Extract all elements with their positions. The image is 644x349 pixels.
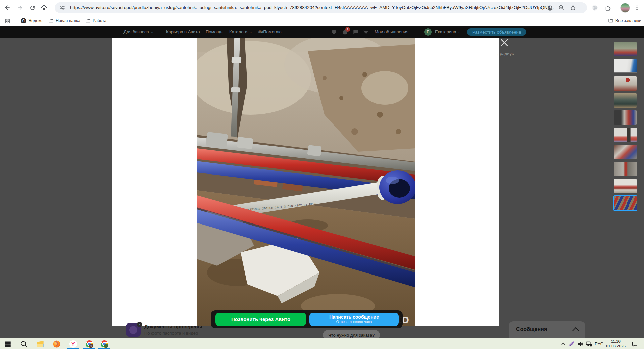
browser-toolbar: https://www.avito.ru/sevastopol/predlozh…	[0, 0, 644, 15]
documents-verified-title: Документы проверены	[144, 323, 202, 329]
reload-icon[interactable]	[28, 4, 36, 12]
browser-profile-avatar[interactable]	[620, 3, 630, 13]
apps-grid-icon[interactable]	[3, 17, 11, 25]
forward-icon[interactable]	[16, 4, 24, 12]
nav-help[interactable]: Помощь	[206, 29, 222, 34]
nav-ya-pomogayu[interactable]: #яПомогаю	[258, 29, 281, 34]
thumbnail-6[interactable]	[614, 128, 637, 142]
thumbnail-1[interactable]	[614, 42, 637, 56]
yandex-favicon: Я	[21, 18, 26, 23]
chrome-profile-badge: 0	[90, 344, 92, 347]
user-avatar[interactable]: Е	[424, 28, 432, 36]
bookmark-folder-rabota[interactable]: Работа.	[83, 17, 110, 24]
documents-verified-icon: ✓	[126, 323, 141, 337]
all-bookmarks-folder-icon	[608, 18, 613, 23]
messenger-panel[interactable]: Сообщения	[509, 321, 585, 338]
nav-careers[interactable]: Карьера в Авито	[166, 29, 200, 34]
folder-icon	[85, 18, 91, 23]
chrome-icon-2[interactable]	[100, 340, 109, 348]
avito-header: Для бизнеса Карьера в Авито Помощь Катал…	[0, 26, 644, 38]
thumbnail-8[interactable]	[614, 162, 637, 176]
clock-date: 01.03.2026	[604, 344, 628, 348]
thumbnail-2[interactable]	[614, 59, 637, 73]
bookmarks-separator	[14, 18, 14, 24]
messenger-title: Сообщения	[516, 326, 547, 332]
svg-text:Y: Y	[71, 341, 75, 347]
menu-kebab-icon[interactable]	[633, 4, 641, 12]
thumbnail-5[interactable]	[614, 110, 637, 125]
chevron-up-icon	[572, 327, 579, 334]
verified-check-badge: ✓	[137, 322, 142, 327]
call-via-avito-button[interactable]: Позвонить через Авито	[215, 313, 306, 326]
pen-feather-icon[interactable]	[567, 340, 576, 348]
thumbnail-10-selected[interactable]	[614, 196, 637, 210]
thumbnail-3[interactable]	[614, 76, 637, 91]
my-ads-link[interactable]: Мои объявления	[375, 29, 408, 34]
write-message-label: Написать сообщение	[329, 314, 379, 320]
bookmarks-bar: Я Яндекс Новая папка Работа. Все закладк…	[0, 15, 644, 27]
folder-icon	[48, 18, 54, 23]
contact-bar: Позвонить через Авито Написать сообщение…	[211, 310, 403, 328]
documents-verified-subtitle: По фото паспорта и видео	[144, 331, 198, 336]
search-icon[interactable]	[19, 340, 28, 348]
thumbnail-4[interactable]	[614, 93, 637, 108]
all-bookmarks[interactable]: Все закладки	[606, 17, 643, 24]
gallery-main-photo[interactable]: T1 3266 001-56151982 2010EN 1451-3 DIN 4…	[197, 38, 415, 326]
chrome-icon[interactable]: 0	[85, 340, 94, 348]
firefox-icon[interactable]	[52, 340, 61, 348]
thumbnail-9[interactable]	[614, 179, 637, 193]
post-ad-button[interactable]: Разместить объявление	[467, 28, 526, 36]
volume-icon[interactable]	[576, 340, 585, 348]
back-icon[interactable]	[3, 4, 11, 12]
tray-expand-icon[interactable]	[559, 340, 568, 348]
extensions-icon[interactable]	[604, 4, 612, 12]
write-message-button[interactable]: Написать сообщение Отвечает около часа	[309, 313, 399, 326]
clock[interactable]: 11:16 01.03.2026	[604, 339, 628, 348]
home-icon[interactable]	[40, 4, 48, 12]
taskbar: Y 0	[0, 338, 644, 349]
bookmark-folder-novaya-papka[interactable]: Новая папка	[46, 17, 82, 24]
windows-start-icon[interactable]	[3, 340, 12, 348]
globe-icon[interactable]	[591, 4, 599, 12]
favorites-heart-icon[interactable]	[331, 29, 337, 35]
language-indicator[interactable]: РУС	[595, 341, 603, 346]
page-overlay: T1 3266 001-56151982 2010EN 1451-3 DIN 4…	[0, 38, 644, 338]
network-icon[interactable]	[585, 340, 593, 348]
yandex-browser-icon[interactable]: Y	[69, 340, 78, 348]
user-name[interactable]: Екатерина	[435, 29, 461, 34]
cart-icon[interactable]	[362, 29, 369, 35]
address-bar[interactable]: https://www.avito.ru/sevastopol/predlozh…	[55, 2, 587, 13]
site-info-icon[interactable]	[59, 5, 65, 11]
zoom-out-icon[interactable]	[558, 4, 565, 11]
notifications-blocked-icon[interactable]	[547, 4, 553, 11]
nav-catalogs[interactable]: Каталоги	[229, 29, 252, 34]
thumbnail-7[interactable]	[614, 145, 637, 159]
all-bookmarks-label: Все закладки	[615, 18, 641, 23]
clock-time: 11:16	[604, 339, 628, 344]
url-text[interactable]: https://www.avito.ru/sevastopol/predlozh…	[70, 5, 563, 11]
file-explorer-icon[interactable]	[36, 340, 45, 348]
notifications-badge: 2	[345, 27, 350, 32]
toolbar-separator	[616, 4, 616, 11]
bookmark-label: Новая папка	[56, 18, 80, 23]
screen: https://www.avito.ru/sevastopol/predlozh…	[0, 0, 644, 349]
nav-for-business[interactable]: Для бизнеса	[123, 29, 154, 34]
bookmark-label: Яндекс	[28, 18, 42, 23]
response-time-hint: Отвечает около часа	[336, 320, 372, 324]
bookmark-yandex[interactable]: Я Яндекс	[19, 17, 44, 24]
bookmark-label: Работа.	[93, 18, 108, 23]
notifications-bell-icon[interactable]: 2	[342, 29, 348, 35]
notification-center-icon[interactable]	[630, 340, 639, 348]
mask-glyph	[129, 326, 137, 334]
close-icon[interactable]	[500, 38, 509, 47]
bookmark-star-icon[interactable]	[569, 4, 576, 11]
radius-text-fragment: , радиус	[497, 51, 514, 56]
messages-bubble-icon[interactable]	[352, 29, 359, 35]
